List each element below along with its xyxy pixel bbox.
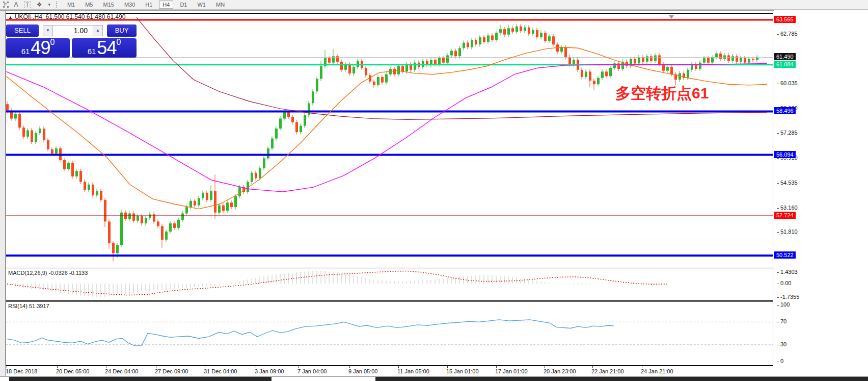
one-click-trade-panel: SELL ▼ 1.00 ▲ BUY 61490 61540 bbox=[6, 24, 137, 58]
rsi-indicator-label: RSI(14) 51.3917 bbox=[8, 303, 49, 309]
time-axis[interactable]: 18 Dec 201820 Dec 05:0024 Dec 04:0027 De… bbox=[6, 366, 774, 376]
sell-price-display[interactable]: 61490 bbox=[6, 38, 70, 58]
direction-up-icon: ▲ bbox=[8, 15, 13, 20]
time-axis-label: 3 Jan 09:00 bbox=[255, 368, 284, 374]
time-axis-label: 18 Dec 2018 bbox=[6, 368, 37, 374]
time-axis-tick bbox=[447, 366, 448, 368]
time-axis-tick bbox=[349, 366, 350, 368]
time-axis-tick bbox=[106, 366, 106, 368]
price-axis-tick: 54.535 bbox=[777, 180, 798, 186]
price-level-badge: 56.094 bbox=[774, 151, 796, 158]
time-axis-label: 7 Jan 04:00 bbox=[297, 368, 327, 374]
time-axis-label: 22 Jan 21:00 bbox=[591, 368, 624, 374]
buy-price-handle: 61 bbox=[88, 46, 96, 57]
time-axis-label: 20 Jan 23:00 bbox=[544, 368, 576, 374]
price-level-badge: 63.565 bbox=[774, 16, 796, 23]
rsi-axis-tick: 70 bbox=[777, 318, 786, 324]
volume-decrease-button[interactable]: ▼ bbox=[43, 25, 53, 36]
price-axis-tick: 51.810 bbox=[777, 228, 798, 235]
bottom-strip-segment bbox=[9, 377, 272, 381]
toolbar-gripper bbox=[56, 2, 59, 8]
time-axis-label: 9 Jan 05:00 bbox=[348, 368, 378, 374]
buy-price-pip-digit: 0 bbox=[116, 39, 121, 46]
time-axis-label: 15 Jan 01:00 bbox=[446, 368, 479, 374]
timeframe-w1-button[interactable]: W1 bbox=[194, 1, 209, 9]
time-axis-tick bbox=[642, 366, 642, 368]
price-level-badge: 52.724 bbox=[774, 212, 796, 219]
price-axis-tick: 53.160 bbox=[777, 205, 798, 211]
price-axis[interactable]: 62.78560.03558.66057.28555.91054.53553.1… bbox=[774, 10, 868, 377]
time-axis-label: 27 Dec 09:00 bbox=[155, 368, 188, 374]
text-label-icon[interactable]: A bbox=[12, 1, 21, 8]
buy-price-big-digits: 54 bbox=[97, 39, 116, 57]
time-axis-label: 17 Jan 01:00 bbox=[495, 368, 528, 374]
text-box-icon[interactable]: T bbox=[24, 2, 31, 8]
price-level-badge: 61.084 bbox=[774, 61, 796, 68]
timeframe-h4-button[interactable]: H4 bbox=[159, 1, 173, 9]
pane-separators bbox=[6, 13, 773, 366]
macd-indicator-label: MACD(12,26,9) -0.0326 -0.1133 bbox=[8, 270, 88, 276]
chart-ohlc-values: 61.500 61.540 61.480 61.490 bbox=[46, 13, 126, 20]
time-axis-label: 24 Dec 04:00 bbox=[105, 368, 138, 374]
time-axis-label: 11 Jan 05:00 bbox=[397, 368, 429, 374]
price-axis-tick: 57.285 bbox=[777, 130, 798, 136]
rsi-axis-tick: 30 bbox=[777, 341, 786, 347]
rsi-group bbox=[6, 320, 773, 346]
chart-symbol-label: UKOil-,H4 bbox=[15, 13, 42, 20]
timeframe-m1-button[interactable]: M1 bbox=[64, 1, 78, 9]
timeframe-m5-button[interactable]: M5 bbox=[82, 1, 96, 9]
rsi-axis-tick: 0 bbox=[777, 358, 783, 364]
chart-title: ▲UKOil-,H4 61.500 61.540 61.480 61.490 bbox=[8, 13, 125, 20]
time-axis-tick bbox=[256, 366, 256, 368]
time-axis-tick bbox=[398, 366, 399, 368]
time-axis-tick bbox=[156, 366, 156, 368]
time-axis-tick bbox=[592, 366, 593, 368]
time-axis-tick bbox=[299, 366, 299, 368]
macd-group bbox=[7, 271, 667, 297]
rsi-line bbox=[7, 320, 614, 346]
macd-axis-tick: 0.00 bbox=[777, 280, 791, 286]
timeframe-h1-button[interactable]: H1 bbox=[142, 1, 156, 9]
pattern-f-icon[interactable]: F bbox=[3, 2, 9, 8]
time-axis-label: 24 Jan 21:00 bbox=[641, 368, 673, 374]
time-axis-tick bbox=[205, 366, 205, 368]
candles-group bbox=[6, 24, 758, 262]
price-axis-tick: 60.035 bbox=[777, 80, 798, 86]
price-level-badge: 61.490 bbox=[774, 53, 796, 60]
time-axis-tick bbox=[7, 366, 7, 368]
volume-input[interactable]: 1.00 bbox=[53, 25, 93, 36]
time-axis-tick bbox=[496, 366, 497, 368]
sell-price-pip-digit: 0 bbox=[50, 39, 55, 46]
timeframe-m30-button[interactable]: M30 bbox=[121, 1, 139, 9]
time-axis-label: 20 Dec 05:00 bbox=[56, 368, 89, 374]
price-axis-tick: 62.785 bbox=[777, 31, 798, 37]
sell-button[interactable]: SELL bbox=[6, 24, 39, 37]
buy-price-display[interactable]: 61540 bbox=[72, 38, 137, 58]
volume-increase-button[interactable]: ▲ bbox=[93, 25, 103, 36]
buy-button[interactable]: BUY bbox=[107, 24, 137, 37]
time-axis-label: 31 Dec 04:00 bbox=[204, 368, 237, 374]
timeframe-mn-button[interactable]: MN bbox=[212, 1, 228, 9]
timeframe-d1-button[interactable]: D1 bbox=[176, 1, 191, 9]
chart-canvas[interactable] bbox=[6, 10, 774, 366]
macd-axis-tick: -1.7355 bbox=[777, 294, 799, 300]
trading-app-window: F A T ❖ ▾ M1 M5 M15 M30 H1 H4 D1 W1 MN ▲… bbox=[0, 0, 868, 381]
sell-price-handle: 61 bbox=[21, 46, 30, 57]
chart-text-annotation: 多空转折点61 bbox=[615, 83, 709, 104]
shift-marker-icon[interactable] bbox=[669, 15, 674, 19]
time-axis-tick bbox=[57, 366, 58, 368]
dropdown-caret-icon[interactable]: ▾ bbox=[47, 2, 51, 7]
bottom-strip-segment bbox=[375, 377, 868, 381]
timeframe-m15-button[interactable]: M15 bbox=[99, 1, 117, 9]
bottom-scroll-strip bbox=[0, 376, 868, 381]
sell-price-big-digits: 49 bbox=[31, 39, 50, 57]
price-level-badge: 50.522 bbox=[774, 251, 796, 259]
time-axis-tick bbox=[545, 366, 545, 368]
cursor-mode-icon[interactable]: ❖ bbox=[34, 1, 45, 8]
chart-toolbar: F A T ❖ ▾ M1 M5 M15 M30 H1 H4 D1 W1 MN bbox=[0, 0, 868, 10]
window-left-edge bbox=[0, 11, 6, 381]
macd-axis-tick: 1.4303 bbox=[777, 269, 798, 275]
rsi-axis-tick: 100 bbox=[777, 301, 790, 308]
price-level-badge: 58.496 bbox=[774, 107, 796, 114]
